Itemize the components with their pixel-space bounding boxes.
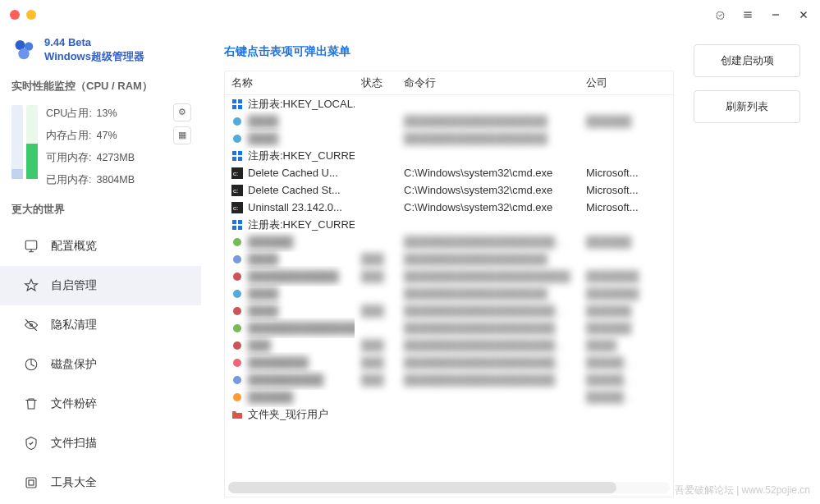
settings-icon[interactable] [713,8,726,21]
table-row[interactable]: ██████████████████████████ [225,250,673,268]
row-name: ███ [248,339,271,351]
table-row[interactable]: ████████████████████████████████████ [225,302,673,319]
table-row[interactable]: ████████████████████████████████████████… [225,268,673,285]
col-name[interactable]: 名称 [225,71,355,94]
row-cmd [397,100,579,108]
row-cmd [397,410,579,419]
app-icon [231,254,243,265]
perf-ram-icon[interactable]: ▦ [173,126,191,144]
startup-icon [23,277,39,294]
menu-icon[interactable] [741,8,754,21]
svg-rect-16 [238,99,242,103]
used-value: 3804MB [96,174,135,186]
row-status [355,186,397,195]
table-row[interactable]: 文件夹_现行用户 [225,405,673,423]
refresh-list-button[interactable]: 刷新列表 [694,90,800,123]
row-name: ████ [248,253,278,265]
row-name: ████ [248,305,278,317]
app-logo-icon [11,38,36,62]
row-company [579,135,648,143]
row-status: ███ [355,300,397,321]
table-row[interactable]: ███████████████████████████████████ [225,233,673,250]
row-status [355,324,397,332]
app-icon [231,323,243,334]
row-company [579,221,648,229]
app-icon [231,271,243,282]
row-name: ████ [248,115,278,127]
reg-icon [231,219,243,231]
reg-icon [231,150,243,162]
row-company: ████████ [579,387,648,407]
cmd-icon: c: [231,202,243,213]
table-row[interactable]: 注册表:HKEY_LOCAL... [225,95,673,112]
row-status [355,117,397,126]
svg-rect-18 [238,105,242,109]
section-header: 更大的世界 [0,197,201,222]
col-status[interactable]: 状态 [355,71,397,94]
close-icon[interactable] [797,8,810,21]
app-icon [231,357,243,369]
minimize-window[interactable] [26,10,36,20]
table-row[interactable]: █████████████████████████████ [225,112,673,130]
table-row[interactable]: ████████████████████████████████████████… [225,371,673,388]
sidebar-item-scan[interactable]: 文件扫描 [0,424,201,463]
row-status [355,238,397,246]
col-cmd[interactable]: 命令行 [397,71,579,94]
sidebar-item-overview[interactable]: 配置概览 [0,227,201,266]
row-cmd [397,221,579,229]
row-company: ██████ [579,111,648,131]
row-status: ███ [355,266,397,286]
table-row[interactable]: ████████████████████████████████████████… [225,319,673,337]
table-row[interactable]: c:Delete Cached St...C:\Windows\system32… [225,181,673,199]
table-row[interactable]: ██████████████ [225,388,673,405]
perf-cpu-icon[interactable]: ⚙ [173,103,191,121]
table-row[interactable]: ██████████████████████████████ [225,285,673,302]
row-cmd: ███████████████████ [397,128,579,149]
hint-text: 右键点击表项可弹出菜单 [224,44,674,71]
row-name: ████████████ [248,270,339,282]
row-company [579,152,648,160]
svg-rect-15 [232,99,236,103]
sidebar-item-label: 文件粉碎 [51,396,97,411]
row-company [579,255,648,263]
table-row[interactable]: c:Delete Cached U...C:\Windows\system32\… [225,164,673,181]
close-window[interactable] [10,10,20,20]
row-name: ████ [248,287,278,300]
row-company [579,410,648,419]
row-name: Delete Cached St... [248,184,341,196]
row-name: ██████████ [248,373,323,386]
svg-rect-21 [232,157,236,161]
row-cmd [397,152,579,160]
sidebar-item-privacy[interactable]: 隐私清理 [0,305,201,345]
row-name: Delete Cached U... [248,167,338,179]
sidebar-item-label: 工具大全 [51,475,97,490]
row-cmd: C:\Windows\system32\cmd.exe [397,197,579,218]
row-name: ██████ [248,236,293,248]
folder-icon [231,409,243,420]
app-icon [231,133,243,144]
cpu-value: 13% [96,108,117,119]
scan-icon [23,435,39,451]
create-startup-button[interactable]: 创建启动项 [694,44,800,77]
sidebar-item-tools[interactable]: 工具大全 [0,463,201,502]
sidebar-item-shred[interactable]: 文件粉碎 [0,384,201,424]
col-company[interactable]: 公司 [579,71,648,94]
horizontal-scrollbar[interactable] [228,482,670,493]
table-row[interactable]: 注册表:HKEY_CURRE... [225,216,673,233]
min-icon[interactable] [769,8,782,21]
overview-icon [23,238,39,254]
svg-rect-9 [25,241,37,250]
row-company: ██████ [579,231,648,252]
row-cmd [397,393,579,401]
row-status [355,204,397,212]
table-row[interactable]: 注册表:HKEY_CURRE... [225,147,673,164]
svg-rect-22 [238,157,242,161]
app-icon [231,340,243,351]
sidebar-item-disk[interactable]: 磁盘保护 [0,345,201,384]
reg-icon [231,99,243,110]
table-row[interactable]: █████████████████████████████████ [225,337,673,354]
table-row[interactable]: ████████████████████████████████████████… [225,354,673,371]
sidebar-item-startup[interactable]: 自启管理 [0,266,201,305]
row-name: 注册表:HKEY_CURRE... [248,149,355,163]
svg-rect-17 [232,105,236,109]
